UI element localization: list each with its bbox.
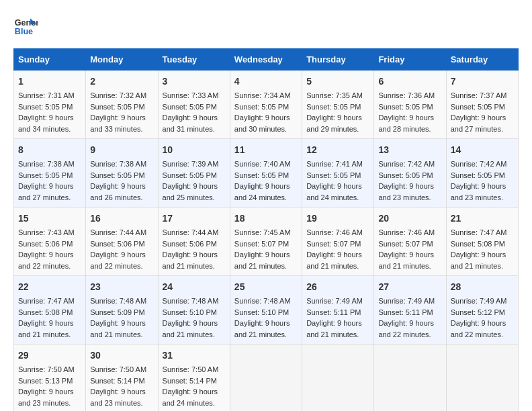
- calendar-cell: 2Sunrise: 7:32 AMSunset: 5:05 PMDaylight…: [86, 71, 158, 139]
- daylight-text: Daylight: 9 hours and 22 minutes.: [451, 319, 506, 338]
- day-number: 11: [234, 143, 298, 157]
- sunset-text: Sunset: 5:07 PM: [234, 240, 289, 248]
- sunset-text: Sunset: 5:06 PM: [90, 240, 144, 248]
- sunset-text: Sunset: 5:05 PM: [306, 103, 361, 111]
- daylight-text: Daylight: 9 hours and 22 minutes.: [378, 319, 434, 338]
- daylight-text: Daylight: 9 hours and 23 minutes.: [18, 387, 74, 407]
- header-cell-thursday: Thursday: [302, 49, 374, 71]
- daylight-text: Daylight: 9 hours and 29 minutes.: [306, 113, 362, 133]
- calendar-cell: 16Sunrise: 7:44 AMSunset: 5:06 PMDayligh…: [86, 208, 158, 276]
- day-number: 15: [18, 212, 81, 226]
- calendar-cell: 5Sunrise: 7:35 AMSunset: 5:05 PMDaylight…: [302, 71, 374, 139]
- day-number: 13: [378, 143, 441, 157]
- sunrise-text: Sunrise: 7:50 AM: [163, 365, 219, 373]
- calendar-header: SundayMondayTuesdayWednesdayThursdayFrid…: [14, 49, 519, 71]
- daylight-text: Daylight: 9 hours and 24 minutes.: [306, 182, 362, 201]
- calendar-cell: 6Sunrise: 7:36 AMSunset: 5:05 PMDaylight…: [374, 71, 446, 139]
- sunrise-text: Sunrise: 7:31 AM: [18, 91, 75, 99]
- daylight-text: Daylight: 9 hours and 22 minutes.: [18, 250, 74, 270]
- sunset-text: Sunset: 5:05 PM: [163, 171, 217, 179]
- day-number: 6: [378, 75, 441, 89]
- sunset-text: Sunset: 5:06 PM: [163, 240, 217, 248]
- day-number: 30: [90, 349, 153, 363]
- day-number: 19: [306, 212, 369, 226]
- sunrise-text: Sunrise: 7:50 AM: [18, 365, 75, 373]
- calendar-cell: 19Sunrise: 7:46 AMSunset: 5:07 PMDayligh…: [302, 208, 374, 276]
- day-number: 5: [306, 75, 369, 89]
- sunrise-text: Sunrise: 7:39 AM: [163, 160, 219, 168]
- sunset-text: Sunset: 5:14 PM: [163, 377, 217, 385]
- daylight-text: Daylight: 9 hours and 21 minutes.: [378, 250, 434, 270]
- sunrise-text: Sunrise: 7:35 AM: [306, 91, 363, 99]
- sunrise-text: Sunrise: 7:46 AM: [306, 228, 363, 236]
- sunrise-text: Sunrise: 7:50 AM: [90, 365, 146, 373]
- sunrise-text: Sunrise: 7:42 AM: [451, 160, 507, 168]
- calendar-week-row: 1Sunrise: 7:31 AMSunset: 5:05 PMDaylight…: [14, 71, 519, 139]
- sunrise-text: Sunrise: 7:42 AM: [378, 160, 435, 168]
- day-number: 22: [18, 280, 81, 294]
- sunset-text: Sunset: 5:11 PM: [306, 308, 361, 316]
- calendar-body: 1Sunrise: 7:31 AMSunset: 5:05 PMDaylight…: [14, 71, 519, 412]
- day-number: 28: [451, 280, 514, 294]
- calendar-cell: 7Sunrise: 7:37 AMSunset: 5:05 PMDaylight…: [446, 71, 518, 139]
- sunrise-text: Sunrise: 7:38 AM: [90, 160, 146, 168]
- calendar-cell: 25Sunrise: 7:48 AMSunset: 5:10 PMDayligh…: [230, 276, 302, 345]
- calendar-cell: 26Sunrise: 7:49 AMSunset: 5:11 PMDayligh…: [302, 276, 374, 345]
- sunset-text: Sunset: 5:05 PM: [378, 103, 433, 111]
- daylight-text: Daylight: 9 hours and 24 minutes.: [234, 182, 290, 201]
- header-cell-sunday: Sunday: [14, 49, 86, 71]
- sunrise-text: Sunrise: 7:37 AM: [451, 91, 507, 99]
- day-number: 10: [163, 143, 226, 157]
- calendar-cell: 21Sunrise: 7:47 AMSunset: 5:08 PMDayligh…: [446, 208, 518, 276]
- svg-text:Blue: Blue: [15, 27, 33, 36]
- calendar-cell: 13Sunrise: 7:42 AMSunset: 5:05 PMDayligh…: [374, 139, 446, 208]
- calendar-cell: 22Sunrise: 7:47 AMSunset: 5:08 PMDayligh…: [14, 276, 86, 345]
- daylight-text: Daylight: 9 hours and 27 minutes.: [451, 113, 506, 133]
- sunset-text: Sunset: 5:05 PM: [306, 171, 361, 179]
- sunset-text: Sunset: 5:05 PM: [378, 171, 433, 179]
- day-number: 23: [90, 280, 153, 294]
- header-cell-monday: Monday: [86, 49, 158, 71]
- calendar-cell: 20Sunrise: 7:46 AMSunset: 5:07 PMDayligh…: [374, 208, 446, 276]
- daylight-text: Daylight: 9 hours and 31 minutes.: [163, 113, 218, 133]
- sunset-text: Sunset: 5:05 PM: [451, 103, 505, 111]
- calendar-cell: 12Sunrise: 7:41 AMSunset: 5:05 PMDayligh…: [302, 139, 374, 208]
- sunset-text: Sunset: 5:09 PM: [90, 308, 144, 316]
- day-number: 26: [306, 280, 369, 294]
- daylight-text: Daylight: 9 hours and 21 minutes.: [234, 250, 290, 270]
- calendar-cell: 4Sunrise: 7:34 AMSunset: 5:05 PMDaylight…: [230, 71, 302, 139]
- calendar-cell: 3Sunrise: 7:33 AMSunset: 5:05 PMDaylight…: [158, 71, 230, 139]
- day-number: 2: [90, 75, 153, 89]
- sunrise-text: Sunrise: 7:33 AM: [163, 91, 219, 99]
- day-number: 1: [18, 75, 81, 89]
- sunrise-text: Sunrise: 7:49 AM: [451, 297, 507, 305]
- calendar-week-row: 8Sunrise: 7:38 AMSunset: 5:05 PMDaylight…: [14, 139, 519, 208]
- sunrise-text: Sunrise: 7:47 AM: [451, 228, 507, 236]
- sunset-text: Sunset: 5:11 PM: [378, 308, 433, 316]
- calendar-cell: 14Sunrise: 7:42 AMSunset: 5:05 PMDayligh…: [446, 139, 518, 208]
- daylight-text: Daylight: 9 hours and 21 minutes.: [163, 319, 218, 338]
- sunrise-text: Sunrise: 7:32 AM: [90, 91, 146, 99]
- daylight-text: Daylight: 9 hours and 30 minutes.: [234, 113, 290, 133]
- day-number: 21: [451, 212, 514, 226]
- daylight-text: Daylight: 9 hours and 21 minutes.: [451, 250, 506, 270]
- header-cell-tuesday: Tuesday: [158, 49, 230, 71]
- daylight-text: Daylight: 9 hours and 23 minutes.: [90, 387, 146, 407]
- sunset-text: Sunset: 5:10 PM: [234, 308, 289, 316]
- sunset-text: Sunset: 5:05 PM: [451, 171, 505, 179]
- sunrise-text: Sunrise: 7:40 AM: [234, 160, 291, 168]
- day-number: 14: [451, 143, 514, 157]
- calendar-week-row: 29Sunrise: 7:50 AMSunset: 5:13 PMDayligh…: [14, 345, 519, 412]
- daylight-text: Daylight: 9 hours and 21 minutes.: [234, 319, 290, 338]
- calendar-week-row: 15Sunrise: 7:43 AMSunset: 5:06 PMDayligh…: [14, 208, 519, 276]
- sunrise-text: Sunrise: 7:38 AM: [18, 160, 75, 168]
- sunset-text: Sunset: 5:05 PM: [18, 171, 73, 179]
- day-number: 17: [163, 212, 226, 226]
- calendar-cell: 9Sunrise: 7:38 AMSunset: 5:05 PMDaylight…: [86, 139, 158, 208]
- calendar-table: SundayMondayTuesdayWednesdayThursdayFrid…: [13, 48, 519, 411]
- calendar-cell: 29Sunrise: 7:50 AMSunset: 5:13 PMDayligh…: [14, 345, 86, 412]
- daylight-text: Daylight: 9 hours and 26 minutes.: [90, 182, 146, 201]
- calendar-cell: 24Sunrise: 7:48 AMSunset: 5:10 PMDayligh…: [158, 276, 230, 345]
- calendar-cell: [374, 345, 446, 412]
- day-number: 25: [234, 280, 298, 294]
